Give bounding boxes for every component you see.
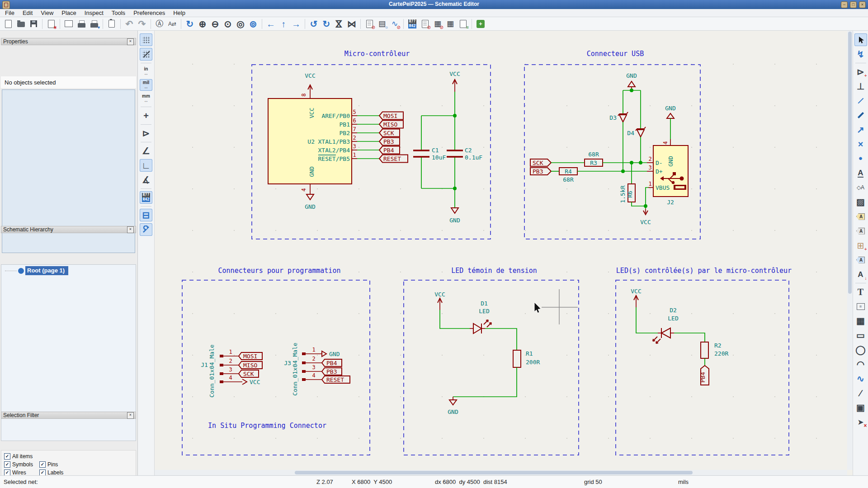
highlight-net-icon[interactable]: ↯ xyxy=(854,48,867,61)
find-icon[interactable]: Ⓐ xyxy=(154,18,165,30)
cursor-shape-icon[interactable]: + xyxy=(140,109,152,122)
section-box-led1[interactable] xyxy=(404,280,579,455)
nav-forward-icon[interactable]: → xyxy=(290,18,302,30)
horizontal-scrollbar-thumb[interactable] xyxy=(295,471,693,474)
grid-visibility-icon[interactable] xyxy=(140,33,152,46)
symbol-fields-table-icon[interactable]: ▦ xyxy=(444,18,456,30)
filter-all-items[interactable]: ✓All items xyxy=(4,453,33,460)
series-resistors[interactable]: SCK R3 68R PB3 R4 68R xyxy=(530,151,647,183)
decoupling-caps[interactable]: VCC C1 10uF xyxy=(413,70,482,224)
bom-icon[interactable]: ≡ xyxy=(457,18,469,30)
add-bezier-icon[interactable]: ∿ xyxy=(854,372,867,385)
add-wire-icon[interactable] xyxy=(854,94,867,107)
add-net-label-icon[interactable]: A xyxy=(854,167,867,179)
menu-edit[interactable]: Edit xyxy=(19,9,37,17)
sync-sheet-pins-icon[interactable]: A↓ xyxy=(854,268,867,281)
symbol-u2[interactable]: VCC 8 VCC 4 GND GND U2 AREF/PB0 PB1 PB2 … xyxy=(268,72,357,210)
menu-preferences[interactable]: Preferences xyxy=(129,9,169,17)
grid-overrides-icon[interactable] xyxy=(140,48,152,61)
open-schematic-icon[interactable] xyxy=(15,18,27,30)
section-title-prog[interactable]: Connecteurs pour programmation xyxy=(218,267,341,275)
page-settings-icon[interactable] xyxy=(63,18,75,30)
rotate-cw-icon[interactable]: ↻ xyxy=(321,18,332,30)
zoom-selection-icon[interactable]: ⊚ xyxy=(247,18,259,30)
paste-icon[interactable] xyxy=(106,18,118,30)
minimize-icon[interactable]: – xyxy=(841,1,848,8)
add-circle-icon[interactable]: ◯ xyxy=(854,343,867,356)
prog-caption[interactable]: In Situ Programming Connector xyxy=(208,422,326,430)
add-no-connect-icon[interactable]: × xyxy=(854,138,867,150)
add-sheet-icon[interactable]: ⊞+ xyxy=(854,239,867,252)
add-line-icon[interactable]: ∕ xyxy=(854,387,867,399)
hierarchy-navigator-icon[interactable]: ⊟ xyxy=(140,209,152,221)
horizontal-scrollbar[interactable] xyxy=(155,470,847,475)
close-hierarchy-icon[interactable]: × xyxy=(127,226,134,233)
symbol-d2-r2[interactable]: VCC D2 LED R2 220R xyxy=(631,288,728,385)
add-net-class-directive-icon[interactable]: ◇A xyxy=(854,181,867,194)
maximize-icon[interactable]: □ xyxy=(850,1,857,8)
mirror-vertical-icon[interactable]: ⋈ xyxy=(333,18,345,30)
menu-view[interactable]: View xyxy=(37,9,57,17)
symbol-j3[interactable]: J3 Conn_01x04_Male 1 2 3 4 GND PB4 PB3 xyxy=(284,343,350,396)
add-hierarchical-label-icon[interactable]: A xyxy=(854,210,867,223)
mirror-horizontal-icon[interactable]: ⋈ xyxy=(346,18,358,30)
symbol-editor-icon[interactable]: ⊘ xyxy=(363,18,375,30)
section-prog[interactable]: Connecteurs pour programmation In Situ P… xyxy=(182,267,370,455)
filter-pins[interactable]: ✓Pins xyxy=(39,461,58,468)
add-bus-entry-icon[interactable]: ↗ xyxy=(854,123,867,136)
symbol-j2[interactable]: GND 4 2 3 1 D- D+ VBUS GND xyxy=(647,105,688,206)
zoom-fit-icon[interactable]: ⊙ xyxy=(222,18,234,30)
close-icon[interactable]: × xyxy=(859,1,866,8)
filter-symbols[interactable]: ✓Symbols xyxy=(4,461,39,468)
unit-mm-icon[interactable]: mm↔ xyxy=(140,93,152,104)
add-junction-icon[interactable]: • xyxy=(854,152,867,165)
menu-inspect[interactable]: Inspect xyxy=(80,9,108,17)
nav-up-icon[interactable]: ↑ xyxy=(278,18,289,30)
erc-icon[interactable]: ⊘ xyxy=(419,18,431,30)
section-usb[interactable]: Connecteur USB GND D3 xyxy=(524,50,700,239)
schematic-canvas[interactable]: Micro-contrôleur VCC 8 VCC 4 GND GND xyxy=(155,31,853,475)
unit-inches-icon[interactable]: in↔ xyxy=(140,66,152,77)
menu-place[interactable]: Place xyxy=(57,9,80,17)
add-arc-icon[interactable]: ◠ xyxy=(854,358,867,371)
hierarchy-root-item[interactable]: Root (page 1) xyxy=(1,266,136,275)
add-image-icon[interactable]: ▣ xyxy=(854,401,867,414)
add-sheet-pin-icon[interactable]: A xyxy=(854,253,867,266)
undo-icon[interactable]: ↶ xyxy=(123,18,135,30)
menu-tools[interactable]: Tools xyxy=(108,9,129,17)
add-power-port-icon[interactable]: ⊥ xyxy=(854,80,867,93)
menu-file[interactable]: File xyxy=(1,9,19,17)
zoom-out-icon[interactable]: ⊖ xyxy=(209,18,221,30)
save-icon[interactable] xyxy=(28,18,39,30)
zoom-in-icon[interactable]: ⊕ xyxy=(197,18,208,30)
add-symbol-icon[interactable]: ⊳+ xyxy=(854,66,867,78)
add-rule-area-icon[interactable]: ▨ xyxy=(854,196,867,208)
add-text-box-icon[interactable]: ≡ xyxy=(854,300,867,313)
properties-panel-icon[interactable] xyxy=(140,223,152,236)
unit-mils-icon[interactable]: mil↔ xyxy=(140,79,152,91)
section-title-micro[interactable]: Micro-contrôleur xyxy=(344,50,410,58)
plugins-icon[interactable]: + xyxy=(475,18,486,30)
section-led1[interactable]: LED témoin de tension VCC D1 LED xyxy=(404,267,579,455)
add-rectangle-icon[interactable]: ▭ xyxy=(854,329,867,342)
refresh-view-icon[interactable]: ↻ xyxy=(184,18,196,30)
close-filter-icon[interactable]: × xyxy=(127,412,134,419)
schematic-setup-icon[interactable]: ∗ xyxy=(45,18,57,30)
assign-footprints-icon[interactable]: ▦⊘ xyxy=(432,18,443,30)
annotate-icon[interactable]: R??R42 xyxy=(406,18,418,30)
print-icon[interactable] xyxy=(75,18,87,30)
add-bus-icon[interactable] xyxy=(854,109,867,122)
add-table-icon[interactable]: ▦ xyxy=(854,314,867,327)
find-replace-icon[interactable]: A⇄ xyxy=(166,18,178,30)
close-properties-icon[interactable]: × xyxy=(127,38,134,45)
wire-free-angle-icon[interactable]: ∠ xyxy=(140,145,152,157)
plot-icon[interactable]: ▾ xyxy=(88,18,100,30)
filter-labels[interactable]: ✓Labels xyxy=(39,469,63,476)
symbol-browser-icon[interactable]: ▤○ xyxy=(376,18,388,30)
title-bar[interactable]: CartePeiP2025 — Schematic Editor – □ × xyxy=(0,0,868,9)
filter-wires[interactable]: ✓Wires xyxy=(4,469,39,476)
select-tool-icon[interactable] xyxy=(854,33,867,46)
vertical-scrollbar[interactable] xyxy=(847,31,853,470)
vertical-scrollbar-thumb[interactable] xyxy=(848,32,852,294)
wire-45-angle-icon[interactable]: ∡ xyxy=(140,174,152,186)
